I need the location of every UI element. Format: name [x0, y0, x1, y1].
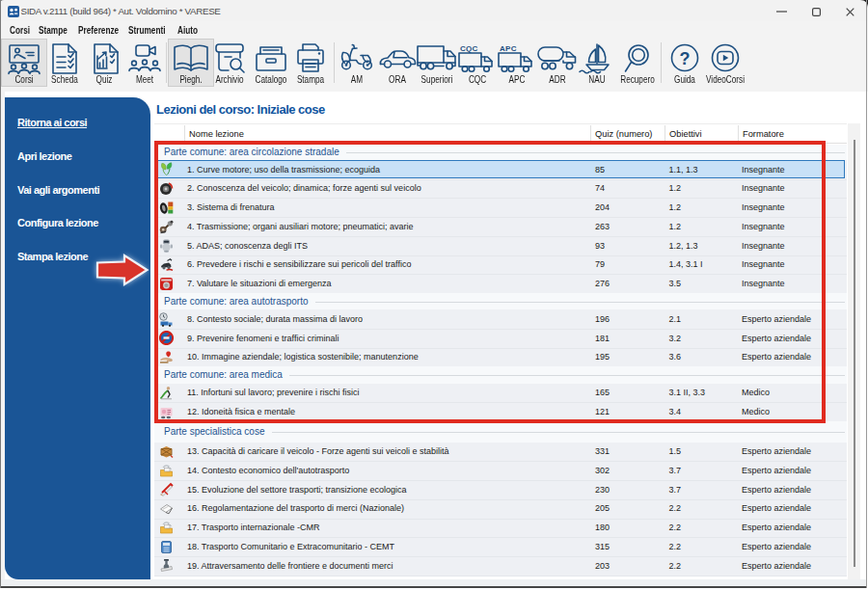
svg-text:APC: APC [500, 44, 517, 53]
svg-text:?: ? [680, 49, 691, 68]
svg-text:CQC: CQC [460, 44, 478, 53]
